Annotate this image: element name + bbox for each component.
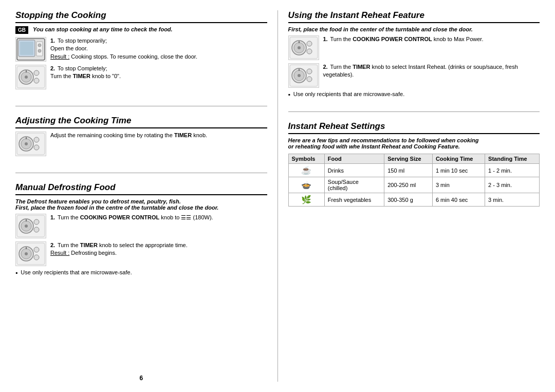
gb-badge: GB	[15, 26, 28, 34]
row3-serving: 300-350 g	[384, 193, 433, 207]
row1-serving: 150 ml	[384, 164, 433, 177]
instant-intro2: or reheating food with whe Instant Rehea…	[288, 143, 460, 150]
table-row: ☕ Drinks 150 ml 1 min 10 sec 1 - 2 min.	[288, 164, 540, 177]
timer-knob-image-3	[15, 241, 46, 266]
svg-point-30	[25, 252, 28, 255]
left-column: Stopping the Cooking GB You can stop coo…	[15, 10, 267, 382]
defrost-step2-text: 2. Turn the TIMER knob to select the app…	[50, 241, 267, 257]
row1-standing: 1 - 2 min.	[485, 164, 540, 177]
stopping-step1-row: 1. To stop temporarily; Open the door. R…	[15, 37, 267, 62]
svg-point-26	[34, 227, 39, 232]
col-cooking: Cooking Time	[432, 154, 485, 164]
stopping-step1-text: 1. To stop temporarily; Open the door. R…	[50, 37, 267, 61]
reheat-table: Symbols Food Serving Size Cooking Time S…	[288, 154, 540, 207]
defrost-step2-row: 2. Turn the TIMER knob to select the app…	[15, 241, 267, 266]
section-using: Using the Instant Reheat Feature First, …	[288, 10, 540, 98]
divider-3	[288, 111, 540, 112]
svg-point-47	[307, 77, 312, 82]
svg-point-11	[34, 70, 39, 76]
col-serving: Serving Size	[384, 154, 433, 164]
svg-point-32	[34, 247, 39, 252]
svg-point-9	[25, 76, 28, 79]
svg-point-25	[34, 219, 39, 225]
svg-point-39	[307, 41, 312, 46]
timer-knob-image-1	[15, 65, 46, 89]
cooking-power-bold-2: COOKING POWER CONTROL	[353, 36, 432, 42]
timer-bold-3: TIMER	[80, 242, 98, 248]
section-instant-settings: Instant Reheat Settings Here are a few t…	[288, 121, 540, 207]
svg-point-12	[34, 78, 39, 83]
row1-food: Drinks	[324, 164, 384, 177]
using-intro: First, place the food in the center of t…	[288, 26, 540, 32]
table-row: 🌿 Fresh vegetables 300-350 g 6 min 40 se…	[288, 193, 540, 207]
row3-cooking: 6 min 40 sec	[432, 193, 485, 207]
svg-point-44	[298, 74, 301, 77]
defrost-note: ▪ Use only recipients that are microwave…	[15, 269, 267, 276]
defrosting-intro1: The Defrost feature enables you to defro…	[15, 198, 267, 211]
instant-intro1: Here are a few tips and recommendations …	[288, 137, 479, 143]
defrost-step1-row: 1. Turn the COOKING POWER CONTROL knob t…	[15, 214, 267, 238]
stopping-intro: You can stop cooking at any time to chec…	[33, 26, 173, 32]
timer-bold-2: TIMER	[174, 132, 192, 138]
defrosting-title: Manual Defrosting Food	[15, 182, 267, 195]
svg-point-16	[25, 142, 28, 145]
using-step2-text: 2. Turn the TIMER knob to select Instant…	[323, 63, 540, 79]
svg-point-40	[307, 49, 312, 54]
step2-num: 2.	[50, 65, 55, 71]
section-adjusting: Adjusting the Cooking Time Adjust the re…	[15, 116, 267, 159]
col-standing: Standing Time	[485, 154, 540, 164]
stopping-step2-row: 2. To stop Completely; Turn the TIMER kn…	[15, 65, 267, 89]
page-number: 6	[15, 369, 267, 382]
svg-point-23	[25, 225, 28, 228]
page: Stopping the Cooking GB You can stop coo…	[0, 0, 555, 392]
row2-food: Soup/Sauce(chilled)	[324, 177, 384, 193]
row3-standing: 3 min.	[485, 193, 540, 207]
row2-symbol: 🍲	[288, 177, 324, 193]
adjusting-row: Adjust the remaining cooking time by rot…	[15, 132, 267, 156]
right-column: Using the Instant Reheat Feature First, …	[278, 10, 540, 382]
row3-food: Fresh vegetables	[324, 193, 384, 207]
svg-point-4	[38, 49, 41, 52]
instant-settings-title: Instant Reheat Settings	[288, 121, 540, 134]
result-label1: Result :	[50, 53, 69, 60]
svg-point-37	[298, 46, 301, 49]
instant-settings-intro: Here are a few tips and recommendations …	[288, 137, 540, 150]
row2-serving: 200-250 ml	[384, 177, 433, 193]
svg-rect-5	[20, 42, 33, 55]
row1-cooking: 1 min 10 sec	[432, 164, 485, 177]
stopping-title: Stopping the Cooking	[15, 10, 267, 23]
svg-point-33	[34, 255, 39, 260]
using-step1-row: 1. Turn the COOKING POWER CONTROL knob t…	[288, 35, 540, 60]
result-label2: Result :	[50, 250, 69, 256]
section-stopping: Stopping the Cooking GB You can stop coo…	[15, 10, 267, 92]
divider-2	[15, 173, 267, 173]
svg-point-18	[34, 137, 39, 142]
using-step2-row: 2. Turn the TIMER knob to select Instant…	[288, 63, 540, 88]
svg-point-46	[307, 69, 312, 74]
adjusting-title: Adjusting the Cooking Time	[15, 116, 267, 128]
microwave-image	[15, 37, 46, 62]
svg-point-19	[34, 145, 39, 150]
table-row: 🍲 Soup/Sauce(chilled) 200-250 ml 3 min 2…	[288, 177, 540, 193]
row2-cooking: 3 min	[432, 177, 485, 193]
using-note: ▪ Use only recipients that are microwave…	[288, 91, 540, 98]
timer-bold-1: TIMER	[73, 73, 90, 79]
stopping-step2-text: 2. To stop Completely; Turn the TIMER kn…	[50, 65, 267, 81]
step1-num: 1.	[50, 38, 55, 44]
cooking-power-bold-1: COOKING POWER CONTROL	[80, 214, 160, 220]
row1-symbol: ☕	[288, 164, 324, 177]
timer-bold-4: TIMER	[353, 64, 370, 70]
row3-symbol: 🌿	[288, 193, 324, 207]
power-knob-image-2	[288, 35, 319, 60]
note-icon-2: ▪	[288, 91, 290, 98]
using-step1-text: 1. Turn the COOKING POWER CONTROL knob t…	[323, 35, 540, 43]
power-knob-image	[15, 214, 46, 238]
section-defrosting: Manual Defrosting Food The Defrost featu…	[15, 182, 267, 276]
using-title: Using the Instant Reheat Feature	[288, 10, 540, 23]
svg-point-3	[38, 44, 41, 47]
timer-knob-image-2	[15, 132, 46, 156]
col-food: Food	[324, 154, 384, 164]
divider-1	[15, 106, 267, 106]
col-symbols: Symbols	[288, 154, 324, 164]
adjusting-text: Adjust the remaining cooking time by rot…	[50, 132, 267, 139]
